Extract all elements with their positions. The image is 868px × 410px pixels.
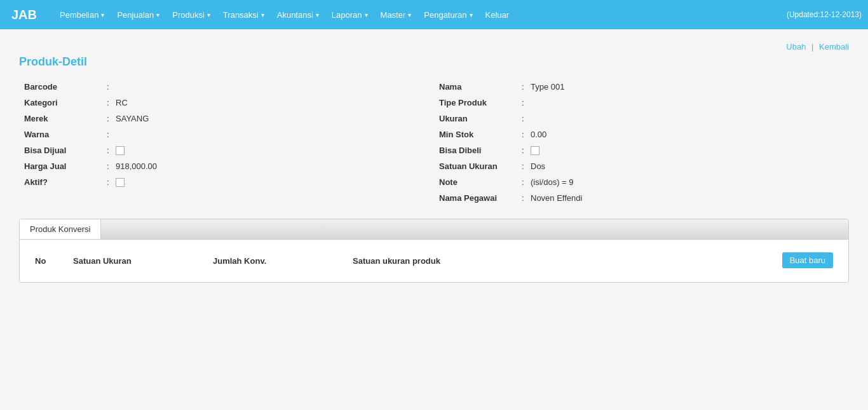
field-colon: : [107, 130, 116, 139]
nav-item-produksi[interactable]: Produksi▾ [166, 0, 217, 29]
detail-left-4: Bisa Dijual : [19, 142, 434, 158]
detail-left-0: Barcode : [19, 79, 434, 95]
detail-grid: Barcode : Nama : Type 001 Kategori : RC … [19, 79, 849, 206]
chevron-down-icon: ▾ [365, 11, 368, 18]
nav-item-keluar[interactable]: Keluar [479, 0, 516, 29]
th-no: No [30, 250, 68, 272]
chevron-down-icon: ▾ [156, 11, 159, 18]
field-label: Nama Pegawai [439, 193, 522, 203]
field-label: Harga Jual [24, 161, 107, 171]
th-satuan-produk-label: Satuan ukuran produk [353, 256, 440, 266]
detail-right-6: Note : (isi/dos) = 9 [434, 174, 849, 190]
detail-right-0: Nama : Type 001 [434, 79, 849, 95]
field-colon: : [522, 146, 531, 155]
field-colon: : [522, 130, 531, 139]
field-value: (isi/dos) = 9 [531, 177, 574, 187]
tab-section: Produk Konversi No Satuan Ukuran Jumlah … [19, 219, 849, 283]
detail-left-6: Aktif? : [19, 174, 434, 190]
field-colon: : [107, 114, 116, 123]
checkbox-field[interactable] [116, 178, 125, 187]
field-colon: : [522, 193, 531, 203]
field-label: Nama [439, 82, 522, 92]
detail-right-5: Satuan Ukuran : Dos [434, 158, 849, 174]
main-content: Ubah | Kembali Produk-Detil Barcode : Na… [0, 29, 868, 296]
nav-item-pembelian[interactable]: Pembelian▾ [53, 0, 111, 29]
nav-item-akuntansi[interactable]: Akuntansi▾ [271, 0, 325, 29]
chevron-down-icon: ▾ [261, 11, 264, 18]
nav-updated-text: (Updated:12-12-2013) [787, 10, 862, 19]
detail-right-2: Ukuran : [434, 111, 849, 126]
field-value: Noven Effendi [531, 193, 582, 203]
field-label: Barcode [24, 82, 107, 92]
action-separator: | [811, 42, 813, 51]
field-label: Merek [24, 114, 107, 123]
field-value: 918,000.00 [116, 161, 157, 171]
tab-content: No Satuan Ukuran Jumlah Konv. Satuan uku… [20, 240, 848, 282]
detail-left-3: Warna : [19, 126, 434, 142]
field-colon: : [522, 177, 531, 187]
field-value: SAYANG [116, 114, 149, 123]
field-label: Aktif? [24, 177, 107, 187]
tab-produk-konversi[interactable]: Produk Konversi [20, 219, 101, 239]
th-satuan-ukuran: Satuan Ukuran [68, 250, 208, 272]
detail-right-1: Tipe Produk : [434, 95, 849, 111]
page-title: Produk-Detil [19, 55, 849, 69]
field-label: Warna [24, 130, 107, 139]
buat-baru-button[interactable]: Buat baru [782, 252, 833, 268]
nav-item-transaksi[interactable]: Transaksi▾ [217, 0, 271, 29]
table-header-row: No Satuan Ukuran Jumlah Konv. Satuan uku… [30, 250, 838, 272]
field-label: Tipe Produk [439, 98, 522, 107]
field-value: RC [116, 98, 128, 107]
field-colon: : [522, 114, 531, 123]
tab-header: Produk Konversi [20, 219, 848, 240]
ubah-link[interactable]: Ubah [786, 42, 806, 51]
detail-right-3: Min Stok : 0.00 [434, 126, 849, 142]
checkbox-field[interactable] [116, 146, 125, 155]
field-value: 0.00 [531, 130, 546, 139]
field-colon: : [107, 146, 116, 155]
field-label: Satuan Ukuran [439, 161, 522, 171]
detail-left-1: Kategori : RC [19, 95, 434, 111]
field-value: Dos [531, 161, 545, 171]
field-colon: : [522, 161, 531, 171]
field-label: Bisa Dijual [24, 146, 107, 155]
kembali-link[interactable]: Kembali [819, 42, 849, 51]
nav-items: Pembelian▾Penjualan▾Produksi▾Transaksi▾A… [53, 0, 787, 29]
navbar: JAB Pembelian▾Penjualan▾Produksi▾Transak… [0, 0, 868, 29]
nav-item-penjualan[interactable]: Penjualan▾ [111, 0, 166, 29]
chevron-down-icon: ▾ [207, 11, 210, 18]
chevron-down-icon: ▾ [316, 11, 319, 18]
detail-left-7 [19, 190, 434, 206]
page-actions: Ubah | Kembali [19, 42, 849, 51]
konversi-table: No Satuan Ukuran Jumlah Konv. Satuan uku… [30, 250, 838, 272]
checkbox-field[interactable] [531, 146, 539, 155]
th-jumlah-konv: Jumlah Konv. [208, 250, 348, 272]
field-label: Kategori [24, 98, 107, 107]
field-colon: : [522, 98, 531, 107]
nav-item-pengaturan[interactable]: Pengaturan▾ [417, 0, 478, 29]
nav-item-laporan[interactable]: Laporan▾ [325, 0, 374, 29]
field-colon: : [107, 98, 116, 107]
detail-left-2: Merek : SAYANG [19, 111, 434, 126]
detail-left-5: Harga Jual : 918,000.00 [19, 158, 434, 174]
detail-right-4: Bisa Dibeli : [434, 142, 849, 158]
field-colon: : [107, 161, 116, 171]
chevron-down-icon: ▾ [101, 11, 104, 18]
field-colon: : [107, 82, 116, 92]
field-label: Min Stok [439, 130, 522, 139]
field-colon: : [107, 177, 116, 187]
nav-item-master[interactable]: Master▾ [374, 0, 418, 29]
field-label: Note [439, 177, 522, 187]
field-value: Type 001 [531, 82, 565, 92]
th-satuan-ukuran-produk: Satuan ukuran produk Buat baru [348, 250, 838, 272]
detail-right-7: Nama Pegawai : Noven Effendi [434, 190, 849, 206]
field-colon: : [522, 82, 531, 92]
field-label: Ukuran [439, 114, 522, 123]
nav-logo: JAB [6, 8, 42, 22]
chevron-down-icon: ▾ [408, 11, 411, 18]
field-label: Bisa Dibeli [439, 146, 522, 155]
chevron-down-icon: ▾ [470, 11, 473, 18]
